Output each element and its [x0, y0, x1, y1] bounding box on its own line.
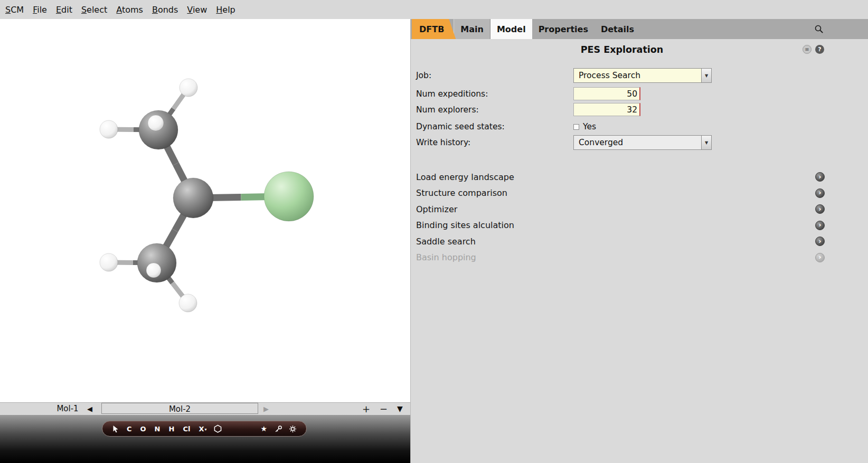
tab-details[interactable]: Details — [595, 19, 640, 39]
write-history-row: Write history: Converged ▼ — [416, 135, 712, 150]
atom-Cl[interactable] — [264, 172, 314, 221]
menu-bonds[interactable]: Bonds — [152, 5, 178, 15]
menu-view[interactable]: View — [187, 5, 207, 15]
open-section-arrow-icon: › — [815, 253, 825, 262]
menu-edit[interactable]: Edit — [56, 5, 72, 15]
open-section-arrow-icon[interactable]: › — [815, 204, 825, 214]
menu-select[interactable]: Select — [81, 5, 107, 15]
open-section-arrow-icon[interactable]: › — [815, 237, 825, 246]
atom-C[interactable] — [173, 178, 213, 218]
element-x-label: X — [199, 425, 204, 433]
link-label: Load energy landscape — [416, 172, 514, 182]
dropdown-arrow-icon[interactable]: ▼ — [701, 69, 711, 82]
link-label: Optimizer — [416, 204, 457, 214]
atom-H[interactable] — [180, 79, 197, 97]
element-button-hydrogen[interactable]: H — [165, 425, 179, 433]
mol-tab-mol2[interactable]: Mol-2 — [101, 403, 258, 414]
menu-scm[interactable]: SCM — [5, 5, 24, 15]
link-optimizer[interactable]: Optimizer › — [416, 201, 825, 218]
menu-atoms[interactable]: Atoms — [116, 5, 143, 15]
link-label: Saddle search — [416, 237, 476, 247]
menu-bar: SCM File Edit Select Atoms Bonds View He… — [0, 0, 868, 19]
search-icon[interactable] — [814, 24, 824, 34]
element-button-chlorine[interactable]: Cl — [178, 425, 194, 433]
viewer-bottom-area: C O N H Cl X▾ ★ — [0, 415, 410, 463]
write-history-dropdown[interactable]: Converged ▼ — [573, 135, 712, 150]
job-row: Job: Process Search ▼ — [416, 68, 712, 83]
job-dropdown[interactable]: Process Search ▼ — [573, 68, 712, 83]
key-icon[interactable] — [271, 425, 286, 433]
molecule-tab-strip: Mol-1 ◀ Mol-2 ▶ + − ▼ — [0, 402, 410, 415]
job-dropdown-value: Process Search — [579, 71, 640, 80]
element-button-oxygen[interactable]: O — [136, 425, 150, 433]
num-explorers-input[interactable] — [573, 103, 640, 116]
num-expeditions-input[interactable] — [573, 87, 640, 100]
menu-help[interactable]: Help — [216, 5, 235, 15]
remove-molecule-button[interactable]: − — [380, 403, 388, 415]
link-load-energy-landscape[interactable]: Load energy landscape › — [416, 169, 825, 185]
atom-H[interactable] — [100, 253, 118, 271]
open-section-arrow-icon[interactable]: › — [815, 221, 825, 230]
tab-properties[interactable]: Properties — [532, 19, 595, 39]
dynamic-seed-states-option-label: Yes — [583, 122, 596, 131]
panel-title: PES Exploration — [532, 44, 712, 55]
pointer-cursor-icon[interactable] — [109, 425, 122, 433]
mol-tab-mol1[interactable]: Mol-1 — [53, 403, 82, 415]
atom-H[interactable] — [100, 120, 118, 138]
link-basin-hopping: Basin hopping › — [416, 250, 825, 266]
expand-panel-icon[interactable]: ▼ — [397, 403, 403, 415]
menu-file[interactable]: File — [33, 5, 47, 15]
element-button-carbon[interactable]: C — [122, 425, 136, 433]
num-explorers-label: Num explorers: — [416, 105, 573, 115]
link-label: Basin hopping — [416, 252, 476, 262]
link-structure-comparison[interactable]: Structure comparison › — [416, 185, 825, 202]
dynamic-seed-states-checkbox[interactable] — [573, 124, 579, 130]
open-section-arrow-icon[interactable]: › — [815, 172, 825, 182]
write-history-dropdown-value: Converged — [579, 138, 623, 147]
molecule-canvas[interactable] — [0, 19, 410, 402]
molecule-viewer[interactable] — [0, 19, 410, 402]
dynamic-seed-states-label: Dynamic seed states: — [416, 122, 573, 131]
help-icon[interactable]: ? — [815, 45, 824, 54]
atom-H[interactable] — [179, 294, 197, 312]
job-label: Job: — [416, 71, 573, 80]
link-binding-sites-calculation[interactable]: Binding sites alculation › — [416, 218, 825, 234]
tab-main[interactable]: Main — [454, 19, 490, 39]
open-section-arrow-icon[interactable]: › — [815, 188, 825, 198]
application-window: SCM File Edit Select Atoms Bonds View He… — [0, 0, 868, 463]
next-molecule-arrow-icon[interactable]: ▶ — [263, 403, 269, 415]
atom-H[interactable] — [148, 115, 164, 131]
tab-bar: DFTB Main Model Properties Details — [411, 19, 868, 39]
add-molecule-button[interactable]: + — [362, 403, 370, 415]
num-expeditions-label: Num expeditions: — [416, 89, 573, 99]
dropdown-arrow-icon[interactable]: ▼ — [701, 136, 711, 149]
num-explorers-row: Num explorers: — [416, 102, 640, 117]
panel-menu-icon[interactable]: ≡ — [803, 45, 812, 54]
link-label: Binding sites alculation — [416, 220, 514, 230]
element-button-nitrogen[interactable]: N — [150, 425, 165, 433]
atom-toolbar: C O N H Cl X▾ ★ — [102, 421, 307, 437]
write-history-label: Write history: — [416, 138, 573, 147]
panel-title-icons: ≡ ? — [803, 45, 824, 54]
tab-dftb[interactable]: DFTB — [412, 19, 456, 39]
element-button-other[interactable]: X▾ — [194, 425, 211, 433]
section-links: Load energy landscape › Structure compar… — [416, 169, 825, 266]
link-saddle-search[interactable]: Saddle search › — [416, 233, 825, 250]
link-label: Structure comparison — [416, 188, 507, 198]
chevron-down-icon: ▾ — [204, 427, 206, 432]
pes-exploration-panel: PES Exploration ≡ ? Job: Process Search … — [411, 39, 868, 463]
atom-H[interactable] — [146, 263, 161, 278]
ring-tool-icon[interactable] — [211, 424, 225, 433]
gear-icon[interactable] — [286, 425, 300, 433]
num-expeditions-row: Num expeditions: — [416, 87, 640, 101]
dynamic-seed-states-row: Dynamic seed states: Yes — [416, 120, 596, 133]
molecule-atoms — [100, 79, 314, 312]
structure-tool-star-icon[interactable]: ★ — [256, 424, 271, 433]
prev-molecule-arrow-icon[interactable]: ◀ — [87, 403, 92, 415]
settings-pane: DFTB Main Model Properties Details PES E… — [410, 19, 868, 463]
tab-model[interactable]: Model — [490, 19, 532, 39]
